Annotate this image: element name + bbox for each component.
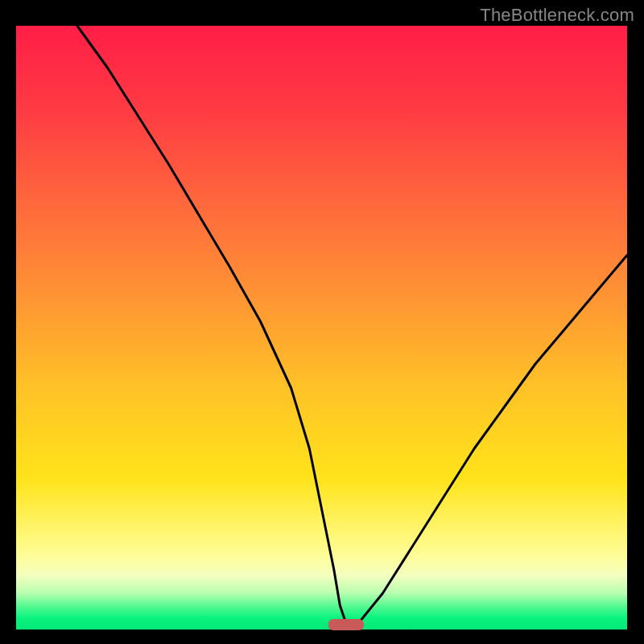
bottleneck-curve	[16, 26, 627, 630]
plot-area	[16, 26, 627, 630]
minimum-marker	[328, 619, 364, 630]
curve-path	[77, 26, 627, 624]
watermark-text: TheBottleneck.com	[480, 5, 634, 26]
chart-frame: TheBottleneck.com	[0, 0, 644, 644]
